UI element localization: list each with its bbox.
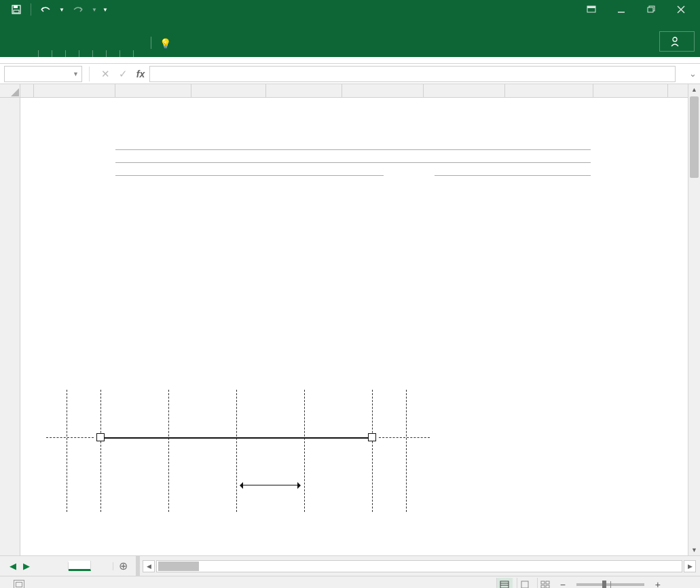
- sheet-tab-instructions[interactable]: [46, 562, 69, 570]
- tab-split-handle[interactable]: [136, 556, 140, 576]
- scroll-down-icon[interactable]: ▼: [688, 545, 700, 555]
- status-bar: − +: [0, 576, 700, 588]
- view-page-break-icon[interactable]: [537, 578, 553, 589]
- ribbon: 💡: [0, 19, 700, 57]
- title-bar: ▼ ▼ ▼: [0, 0, 700, 19]
- redo-icon[interactable]: [69, 1, 88, 18]
- svg-rect-1: [14, 5, 18, 8]
- hscroll-right-icon[interactable]: ▶: [684, 560, 696, 572]
- sheet-tab-load[interactable]: [91, 562, 113, 570]
- share-icon: [669, 36, 680, 47]
- vscroll-thumb[interactable]: [690, 96, 699, 178]
- tab-review[interactable]: [92, 42, 106, 57]
- redo-dropdown-icon[interactable]: ▼: [90, 1, 98, 18]
- account-name[interactable]: [179, 42, 187, 57]
- col-F[interactable]: [342, 84, 424, 97]
- project-number-value[interactable]: [115, 162, 591, 163]
- tab-page-layout[interactable]: [52, 42, 65, 57]
- hscroll-track[interactable]: [156, 560, 682, 572]
- hscroll-left-icon[interactable]: ◀: [143, 560, 155, 572]
- tab-view[interactable]: [106, 42, 119, 57]
- tab-developer[interactable]: [119, 42, 133, 57]
- tab-acrobat[interactable]: [133, 42, 147, 57]
- svg-rect-4: [587, 6, 595, 8]
- row-headers: [0, 98, 20, 555]
- tab-nav-prev-icon[interactable]: ◀: [7, 561, 19, 571]
- cells-area[interactable]: [20, 98, 688, 555]
- col-D[interactable]: [191, 84, 266, 97]
- lightbulb-icon: 💡: [160, 38, 171, 49]
- horizontal-scrollbar[interactable]: ◀ ▶: [143, 560, 700, 572]
- col-G[interactable]: [424, 84, 505, 97]
- view-page-layout-icon[interactable]: [517, 578, 533, 589]
- share-button[interactable]: [659, 31, 695, 52]
- vertical-scrollbar[interactable]: ▲ ▼: [688, 84, 700, 555]
- close-icon[interactable]: [667, 1, 695, 18]
- name-box[interactable]: ▼: [4, 66, 82, 82]
- new-sheet-icon[interactable]: ⊕: [113, 557, 133, 575]
- chevron-down-icon[interactable]: ▼: [73, 71, 79, 77]
- zoom-out-icon[interactable]: −: [557, 579, 568, 589]
- undo-dropdown-icon[interactable]: ▼: [58, 1, 66, 18]
- tab-home[interactable]: [24, 42, 38, 57]
- fbar-expand-icon[interactable]: ⌄: [688, 69, 697, 79]
- zoom-slider[interactable]: [576, 583, 644, 586]
- col-C[interactable]: [115, 84, 191, 97]
- svg-rect-18: [546, 585, 549, 588]
- qat-customize-icon[interactable]: ▼: [101, 1, 109, 18]
- col-H[interactable]: [505, 84, 593, 97]
- col-B[interactable]: [34, 84, 115, 97]
- column-headers: [0, 84, 688, 98]
- col-E[interactable]: [266, 84, 342, 97]
- hscroll-thumb[interactable]: [158, 562, 199, 571]
- tab-insert[interactable]: [38, 42, 52, 57]
- enter-icon: ✓: [114, 66, 132, 82]
- formula-bar-row: ▼ ✕ ✓ fx ⌄: [0, 64, 700, 84]
- tab-nav-next-icon[interactable]: ▶: [20, 561, 33, 571]
- svg-rect-7: [648, 7, 653, 12]
- svg-rect-11: [500, 581, 509, 588]
- svg-rect-14: [521, 581, 528, 588]
- tab-nav-more[interactable]: [34, 561, 39, 571]
- sheet-tab-analysis[interactable]: [69, 561, 91, 571]
- save-icon[interactable]: [7, 1, 26, 18]
- svg-rect-15: [541, 581, 545, 584]
- zoom-in-icon[interactable]: +: [652, 579, 663, 589]
- restore-icon[interactable]: [638, 1, 665, 18]
- undo-icon[interactable]: [36, 1, 55, 18]
- deck-span-arrow: [240, 485, 300, 485]
- diagram: [33, 390, 454, 512]
- select-all[interactable]: [0, 84, 20, 97]
- fx-icon[interactable]: fx: [132, 66, 149, 82]
- macro-record-icon[interactable]: [14, 580, 24, 589]
- ribbon-display-icon[interactable]: [578, 1, 605, 18]
- view-normal-icon[interactable]: [496, 578, 513, 589]
- svg-rect-17: [541, 585, 545, 588]
- zoom-thumb[interactable]: [602, 581, 606, 589]
- formula-input[interactable]: [149, 66, 676, 82]
- svg-rect-2: [14, 10, 19, 13]
- tab-data[interactable]: [79, 42, 92, 57]
- col-I[interactable]: [593, 84, 668, 97]
- date-value[interactable]: [435, 175, 591, 176]
- project-name-value[interactable]: [115, 149, 591, 150]
- col-A[interactable]: [20, 84, 34, 97]
- sheet-tab-strip: ◀ ▶ ⊕ ◀ ▶: [0, 555, 700, 576]
- svg-point-10: [673, 37, 677, 41]
- tell-me[interactable]: 💡: [155, 31, 179, 57]
- svg-rect-16: [546, 581, 549, 584]
- minimize-icon[interactable]: [608, 1, 635, 18]
- scroll-up-icon[interactable]: ▲: [688, 84, 700, 95]
- engineer-value[interactable]: [115, 175, 384, 176]
- tab-formulas[interactable]: [65, 42, 79, 57]
- cancel-icon: ✕: [96, 66, 114, 82]
- file-tab[interactable]: [5, 42, 24, 57]
